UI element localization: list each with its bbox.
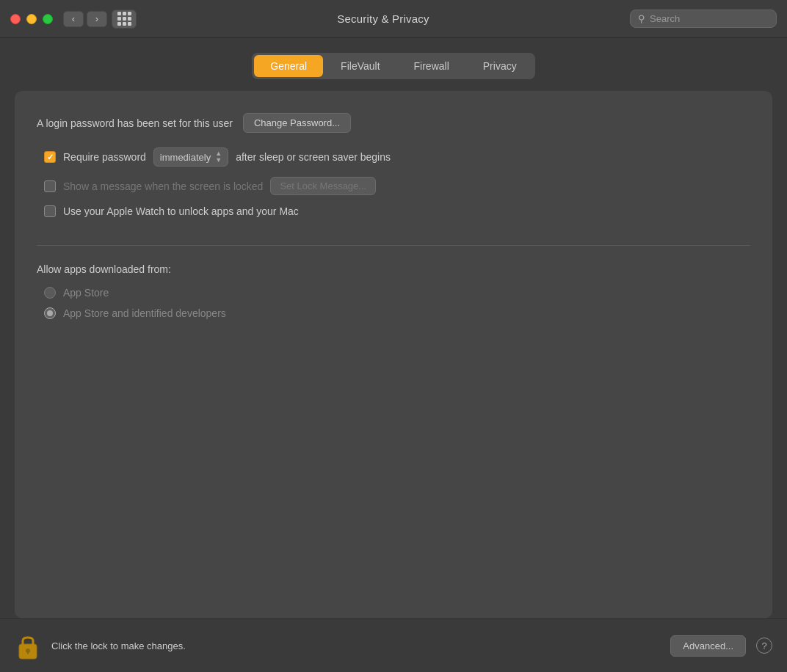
lock-text: Click the lock to make changes.: [51, 640, 660, 651]
window-title: Security & Privacy: [137, 12, 630, 25]
close-button[interactable]: [10, 14, 21, 24]
tabs: General FileVault Firewall Privacy: [252, 53, 534, 79]
show-message-row: Show a message when the screen is locked…: [37, 177, 750, 195]
tabs-container: General FileVault Firewall Privacy: [15, 53, 772, 79]
lock-icon[interactable]: [15, 629, 41, 662]
app-store-identified-label: App Store and identified developers: [63, 307, 226, 319]
svg-rect-2: [27, 651, 29, 654]
apple-watch-label: Use your Apple Watch to unlock apps and …: [63, 205, 299, 217]
require-password-label: Require password: [63, 151, 146, 163]
checkmark-icon: ✓: [47, 153, 54, 161]
main-content: General FileVault Firewall Privacy A log…: [0, 38, 787, 618]
apple-watch-row: Use your Apple Watch to unlock apps and …: [37, 205, 750, 217]
minimize-button[interactable]: [26, 14, 37, 24]
after-sleep-label: after sleep or screen saver begins: [236, 151, 391, 163]
tab-general[interactable]: General: [254, 55, 323, 77]
show-message-checkbox[interactable]: [44, 180, 56, 192]
forward-button[interactable]: ›: [87, 11, 107, 27]
immediately-dropdown[interactable]: immediately ▲ ▼: [153, 147, 228, 167]
app-store-radio[interactable]: [44, 287, 56, 299]
app-store-identified-radio-row: App Store and identified developers: [37, 307, 750, 319]
allow-apps-title: Allow apps downloaded from:: [37, 263, 750, 275]
titlebar: ‹ › Security & Privacy ⚲: [0, 0, 787, 38]
password-row: A login password has been set for this u…: [37, 113, 750, 133]
panel: A login password has been set for this u…: [15, 91, 772, 618]
search-icon: ⚲: [638, 13, 645, 24]
tab-firewall[interactable]: Firewall: [398, 55, 465, 77]
set-lock-message-button[interactable]: Set Lock Message...: [270, 177, 376, 195]
app-store-radio-row: App Store: [37, 287, 750, 299]
maximize-button[interactable]: [43, 14, 53, 24]
nav-buttons: ‹ ›: [63, 11, 107, 27]
app-store-identified-radio[interactable]: [44, 307, 56, 319]
tab-privacy[interactable]: Privacy: [467, 55, 533, 77]
apple-watch-checkbox[interactable]: [44, 205, 56, 217]
back-button[interactable]: ‹: [63, 11, 84, 27]
help-button[interactable]: ?: [756, 638, 772, 654]
show-message-label: Show a message when the screen is locked: [63, 180, 263, 192]
app-store-label: App Store: [63, 287, 109, 299]
radio-selected-dot: [47, 310, 53, 316]
grid-button[interactable]: [112, 10, 137, 29]
divider: [37, 245, 750, 246]
require-password-checkbox[interactable]: ✓: [44, 151, 56, 163]
immediately-value: immediately: [160, 152, 211, 163]
search-bar[interactable]: ⚲: [630, 10, 777, 28]
traffic-lights: [10, 14, 53, 24]
require-password-row: ✓ Require password immediately ▲ ▼ after…: [37, 147, 750, 167]
lock-svg: [16, 631, 40, 660]
search-input[interactable]: [650, 13, 769, 24]
dropdown-arrows-icon: ▲ ▼: [215, 150, 222, 164]
tab-filevault[interactable]: FileVault: [324, 55, 396, 77]
password-notice: A login password has been set for this u…: [37, 117, 233, 129]
bottom-bar: Click the lock to make changes. Advanced…: [0, 618, 787, 672]
advanced-button[interactable]: Advanced...: [670, 635, 746, 657]
grid-icon: [117, 12, 131, 26]
change-password-button[interactable]: Change Password...: [243, 113, 351, 133]
